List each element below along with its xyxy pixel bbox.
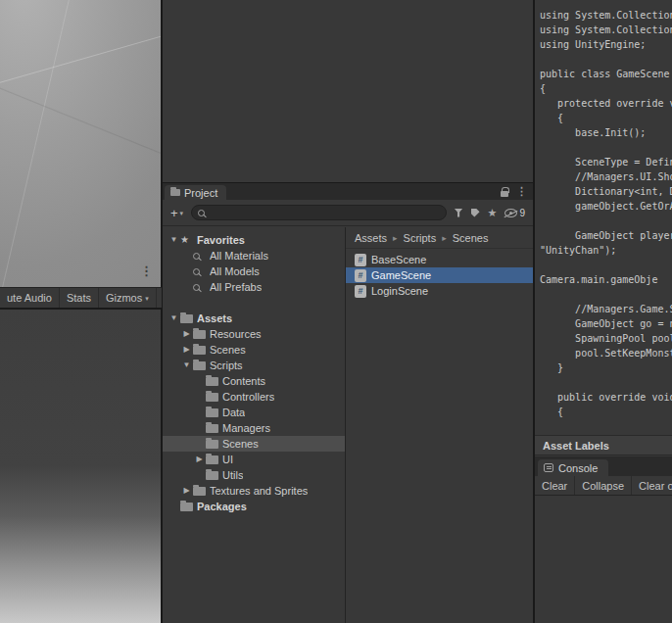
chevron-closed-icon[interactable]: ▶ <box>193 452 206 467</box>
file-item-loginscene[interactable]: # LoginScene <box>346 283 533 299</box>
folder-icon <box>180 314 193 323</box>
search-input[interactable] <box>210 207 439 218</box>
tab-console[interactable]: Console <box>538 459 608 476</box>
console-tab-label: Console <box>558 462 598 474</box>
chevron-down-icon: ▾ <box>145 295 149 302</box>
clear-button[interactable]: Clear <box>535 476 575 495</box>
tree-item-textures-and-sprites[interactable]: ▶ Textures and Sprites <box>163 483 345 499</box>
tree-item-scripts[interactable]: ▼ Scripts <box>163 358 345 373</box>
csharp-script-icon: # <box>355 285 366 298</box>
chevron-open-icon[interactable]: ▼ <box>168 232 180 248</box>
tree-item-contents[interactable]: Contents <box>163 373 345 389</box>
folder-icon <box>180 503 193 511</box>
chevron-right-icon: ▸ <box>393 233 398 243</box>
game-view-toolbar: ute Audio Stats Gizmos ▾ <box>0 287 162 309</box>
chevron-closed-icon[interactable]: ▶ <box>180 483 193 499</box>
breadcrumb-assets[interactable]: Assets <box>355 232 387 244</box>
search-icon <box>193 284 200 291</box>
tree-item-packages[interactable]: Packages <box>163 499 345 514</box>
csharp-script-icon: # <box>355 254 366 266</box>
hidden-packages-count: 9 <box>519 208 525 218</box>
folder-icon <box>193 361 206 370</box>
project-panel: Project ⋮ + ▾ ★ 9 <box>162 182 534 623</box>
folder-icon <box>170 189 180 196</box>
folder-icon <box>206 408 218 417</box>
tree-item-controllers[interactable]: Controllers <box>163 389 345 405</box>
asset-labels-header[interactable]: Asset Labels <box>535 435 672 455</box>
tree-item-scripts-scenes[interactable]: Scenes <box>163 436 345 452</box>
folder-icon <box>206 471 218 480</box>
search-filter-icons: ★ 9 <box>452 208 528 218</box>
eye-icon <box>504 209 517 217</box>
scene-view-dark-area <box>162 0 534 182</box>
kebab-menu-icon[interactable]: ⋮ <box>140 264 153 277</box>
game-view-render[interactable] <box>0 310 162 623</box>
script-preview: using System.Collections using System.Co… <box>535 0 672 435</box>
gizmos-button[interactable]: Gizmos ▾ <box>99 288 157 308</box>
tree-item-data[interactable]: Data <box>163 405 345 420</box>
stats-label: Stats <box>67 292 91 304</box>
console-icon <box>544 463 553 472</box>
folder-icon <box>206 377 218 386</box>
search-icon <box>193 268 200 275</box>
folder-icon <box>206 455 218 464</box>
clear-on-play-button[interactable]: Clear o <box>632 476 672 495</box>
tree-item-assets[interactable]: ▼ Assets <box>163 311 345 326</box>
folder-icon <box>206 424 218 433</box>
chevron-closed-icon[interactable]: ▶ <box>180 342 193 358</box>
plus-icon: + <box>170 207 178 219</box>
lock-icon[interactable] <box>501 191 508 197</box>
chevron-down-icon: ▾ <box>180 210 184 216</box>
folder-icon <box>193 330 206 339</box>
tree-item-resources[interactable]: ▶ Resources <box>163 326 345 342</box>
scene-grid-line <box>0 0 71 287</box>
breadcrumb-scripts[interactable]: Scripts <box>404 232 437 244</box>
folder-icon <box>193 487 206 496</box>
file-item-basescene[interactable]: # BaseScene <box>346 252 533 267</box>
tree-item-ui[interactable]: ▶ UI <box>163 452 345 467</box>
console-toolbar: Clear Collapse Clear o <box>535 476 672 496</box>
project-tab-label: Project <box>184 187 217 199</box>
tree-item-all-models[interactable]: All Models <box>163 264 345 279</box>
file-item-gamescene[interactable]: # GameScene <box>346 267 533 283</box>
chevron-open-icon[interactable]: ▼ <box>168 311 180 326</box>
search-by-label-icon[interactable] <box>471 209 480 217</box>
tree-item-all-materials[interactable]: All Materials <box>163 248 345 264</box>
unity-editor-window: ⋮ ute Audio Stats Gizmos ▾ Project ⋮ <box>0 0 672 623</box>
project-tabstrip: Project ⋮ <box>163 183 533 200</box>
asset-labels-label: Asset Labels <box>543 440 609 452</box>
tree-item-favorites[interactable]: ▼ ★ Favorites <box>163 232 345 248</box>
tree-item-managers[interactable]: Managers <box>163 420 345 436</box>
project-toolbar: + ▾ ★ 9 <box>163 200 533 226</box>
tree-item-utils[interactable]: Utils <box>163 467 345 483</box>
folder-icon <box>206 440 218 449</box>
breadcrumb: Assets ▸ Scripts ▸ Scenes <box>346 227 533 249</box>
scene-grid-line <box>0 19 162 90</box>
mute-audio-button[interactable]: ute Audio <box>0 288 60 308</box>
tree-item-all-prefabs[interactable]: All Prefabs <box>163 279 345 295</box>
chevron-right-icon: ▸ <box>442 233 447 243</box>
gizmos-label: Gizmos <box>106 292 142 304</box>
search-by-type-icon[interactable] <box>455 209 463 217</box>
console-log-area[interactable] <box>535 496 672 623</box>
packages-visibility-toggle[interactable]: 9 <box>504 208 525 218</box>
console-tabstrip: Console <box>535 456 672 476</box>
stats-button[interactable]: Stats <box>60 288 99 308</box>
kebab-menu-icon[interactable]: ⋮ <box>516 186 527 197</box>
breadcrumb-scenes[interactable]: Scenes <box>453 232 489 244</box>
project-file-list: Assets ▸ Scripts ▸ Scenes # BaseScene # … <box>346 227 533 623</box>
scene-grid-line <box>0 76 162 180</box>
chevron-closed-icon[interactable]: ▶ <box>180 326 193 342</box>
search-field[interactable] <box>191 205 446 220</box>
create-asset-button[interactable]: + ▾ <box>168 206 186 220</box>
chevron-open-icon[interactable]: ▼ <box>180 358 193 373</box>
folder-icon <box>193 346 206 355</box>
tree-spacer <box>163 295 345 311</box>
tree-item-scenes[interactable]: ▶ Scenes <box>163 342 345 358</box>
scene-view-render[interactable]: ⋮ <box>0 0 162 287</box>
folder-icon <box>206 393 218 402</box>
collapse-button[interactable]: Collapse <box>575 476 632 495</box>
mute-audio-label: ute Audio <box>7 292 52 304</box>
tab-project[interactable]: Project <box>165 185 226 200</box>
save-search-star-icon[interactable]: ★ <box>488 208 498 218</box>
